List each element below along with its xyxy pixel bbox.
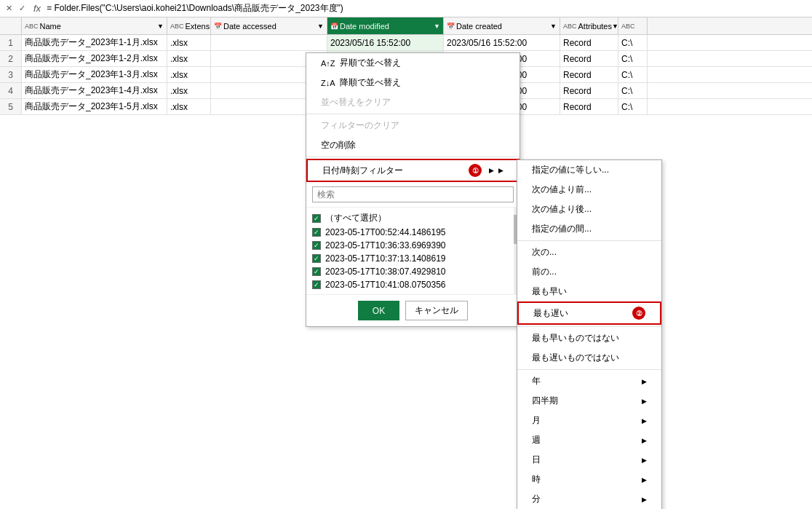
name-filter-btn[interactable]: ▼ bbox=[157, 23, 164, 30]
badge-1: ① bbox=[469, 164, 482, 177]
row-num-1: 1 bbox=[0, 35, 22, 50]
dt-prev-item[interactable]: 前の... bbox=[517, 262, 661, 282]
dt-not-latest-item[interactable]: 最も遅いものではない bbox=[517, 348, 661, 368]
datetime-filter-item[interactable]: 日付/時刻フィルター ① ▶ bbox=[306, 159, 520, 182]
filter-list-item-0[interactable]: ✓ 2023-05-17T00:52:44.1486195 bbox=[312, 226, 514, 239]
cell-accessed-1 bbox=[211, 35, 327, 50]
dt-month-item[interactable]: 月 bbox=[517, 411, 661, 430]
dt-hour-item[interactable]: 時 bbox=[517, 470, 661, 489]
dt-week-label: 週 bbox=[532, 434, 637, 446]
dt-quarter-item[interactable]: 四半期 bbox=[517, 391, 661, 411]
cell-extra-3: C:\ bbox=[618, 67, 648, 82]
filter-dropdown-menu: A↑Z 昇順で並べ替え Z↓A 降順で並べ替え 並べ替えをクリア フィルターのク… bbox=[306, 52, 520, 327]
dt-sep-2 bbox=[517, 326, 661, 327]
filter-checkbox-3: ✓ bbox=[312, 267, 321, 276]
filter-checkbox-1: ✓ bbox=[312, 241, 321, 250]
col-header-accessed-label: Date accessed bbox=[223, 22, 276, 31]
formula-bar: ✕ ✓ fx = Folder.Files("C:\Users\aoi.kohe… bbox=[0, 0, 812, 17]
dt-month-label: 月 bbox=[532, 414, 637, 427]
sort-desc-item[interactable]: Z↓A 降順で並べ替え bbox=[306, 73, 520, 92]
row-num-5: 5 bbox=[0, 99, 22, 114]
cell-attr-1: Record bbox=[560, 35, 618, 50]
dt-day-label: 日 bbox=[532, 454, 637, 466]
cell-attr-4: Record bbox=[560, 83, 618, 98]
clear-sort-item[interactable]: 並べ替えをクリア bbox=[306, 92, 520, 112]
name-col-icon: ABC bbox=[25, 23, 39, 30]
dt-not-earliest-item[interactable]: 最も早いものではない bbox=[517, 328, 661, 348]
attr-col-icon: ABC bbox=[563, 23, 577, 30]
dt-minute-label: 分 bbox=[532, 493, 637, 505]
dt-not-latest-label: 最も遅いものではない bbox=[532, 352, 619, 364]
row-num-header bbox=[0, 17, 22, 34]
datetime-filter-label: 日付/時刻フィルター bbox=[322, 165, 460, 177]
filter-cancel-button[interactable]: キャンセル bbox=[405, 301, 468, 320]
cell-ext-4: .xlsx bbox=[167, 83, 211, 98]
filter-search-box bbox=[306, 182, 520, 207]
dt-after-item[interactable]: 次の値より後... bbox=[517, 200, 661, 219]
filter-ok-button[interactable]: OK bbox=[358, 301, 399, 320]
dt-latest-item[interactable]: 最も遅い ② bbox=[517, 301, 661, 325]
col-header-attr-label: Attributes bbox=[578, 22, 612, 31]
cell-extra-4: C:\ bbox=[618, 83, 648, 98]
row-num-3: 3 bbox=[0, 67, 22, 82]
attr-filter-btn[interactable]: ▼ bbox=[612, 23, 618, 30]
filter-list-all[interactable]: ✓ （すべて選択） bbox=[312, 210, 514, 226]
remove-empty-label: 空の削除 bbox=[321, 139, 356, 151]
col-header-name-label: Name bbox=[40, 22, 61, 31]
dt-year-item[interactable]: 年 bbox=[517, 371, 661, 391]
filter-item-label-2: 2023-05-17T10:37:13.1408619 bbox=[325, 253, 445, 264]
col-header-created-label: Date created bbox=[456, 22, 502, 31]
filter-list: ✓ （すべて選択） ✓ 2023-05-17T00:52:44.1486195 … bbox=[306, 207, 520, 294]
col-header-created: 📅 Date created ▼ bbox=[444, 17, 560, 34]
dt-between-item[interactable]: 指定の値の間... bbox=[517, 219, 661, 239]
dt-before-item[interactable]: 次の値より前... bbox=[517, 180, 661, 200]
datetime-filter-arrow: ▶ bbox=[489, 167, 494, 174]
accessed-filter-btn[interactable]: ▼ bbox=[317, 23, 324, 30]
filter-search-input[interactable] bbox=[312, 186, 514, 202]
dt-earliest-item[interactable]: 最も早い bbox=[517, 282, 661, 301]
col-header-ext: ABC Extension ▼ bbox=[167, 17, 211, 34]
dt-week-item[interactable]: 週 bbox=[517, 430, 661, 450]
formula-text: = Folder.Files("C:\Users\aoi.kohei21\Dow… bbox=[47, 2, 809, 15]
dt-next-item[interactable]: 次の... bbox=[517, 242, 661, 262]
sort-asc-item[interactable]: A↑Z 昇順で並べ替え bbox=[306, 53, 520, 73]
filter-item-label-0: 2023-05-17T00:52:44.1486195 bbox=[325, 227, 445, 237]
dt-year-label: 年 bbox=[532, 375, 637, 387]
clear-filter-item[interactable]: フィルターのクリア bbox=[306, 116, 520, 135]
dt-before-label: 次の値より前... bbox=[532, 184, 592, 196]
fx-label: fx bbox=[31, 3, 44, 14]
created-filter-btn[interactable]: ▼ bbox=[550, 23, 557, 30]
datetime-submenu: 指定の値に等しい... 次の値より前... 次の値より後... 指定の値の間..… bbox=[517, 159, 662, 509]
filter-list-item-2[interactable]: ✓ 2023-05-17T10:37:13.1408619 bbox=[312, 252, 514, 265]
cell-extra-1: C:\ bbox=[618, 35, 648, 50]
dt-latest-label: 最も遅い bbox=[533, 307, 624, 320]
col-header-modified: 📅 Date modified ▼ bbox=[327, 17, 444, 34]
sort-desc-label: 降順で並べ替え bbox=[340, 76, 401, 89]
col-header-accessed: 📅 Date accessed ▼ bbox=[211, 17, 327, 34]
dt-hour-label: 時 bbox=[532, 473, 637, 486]
dt-equal-item[interactable]: 指定の値に等しい... bbox=[517, 160, 661, 180]
filter-list-item-1[interactable]: ✓ 2023-05-17T10:36:33.6969390 bbox=[312, 239, 514, 252]
filter-checkbox-4: ✓ bbox=[312, 280, 321, 289]
col-header-attributes: ABC Attributes ▼ bbox=[560, 17, 618, 34]
col-header-name: ABC Name ▼ bbox=[22, 17, 167, 34]
cell-extra-2: C:\ bbox=[618, 51, 648, 66]
dt-quarter-label: 四半期 bbox=[532, 395, 637, 407]
filter-list-item-4[interactable]: ✓ 2023-05-17T10:41:08.0750356 bbox=[312, 278, 514, 291]
dt-day-item[interactable]: 日 bbox=[517, 450, 661, 470]
dt-equal-label: 指定の値に等しい... bbox=[532, 164, 609, 176]
remove-empty-item[interactable]: 空の削除 bbox=[306, 135, 520, 155]
dt-sep-3 bbox=[517, 369, 661, 370]
dt-minute-item[interactable]: 分 bbox=[517, 489, 661, 509]
ext-col-icon: ABC bbox=[170, 23, 184, 30]
created-col-icon: 📅 bbox=[447, 23, 455, 30]
cell-ext-5: .xlsx bbox=[167, 99, 211, 114]
filter-checkbox-0: ✓ bbox=[312, 228, 321, 237]
confirm-icon[interactable]: ✓ bbox=[16, 3, 28, 15]
filter-list-item-3[interactable]: ✓ 2023-05-17T10:38:07.4929810 bbox=[312, 265, 514, 278]
clear-sort-label: 並べ替えをクリア bbox=[321, 96, 391, 108]
cancel-icon[interactable]: ✕ bbox=[3, 3, 15, 15]
filter-all-label: （すべて選択） bbox=[325, 212, 386, 224]
cell-created-1: 2023/05/16 15:52:00 bbox=[444, 35, 560, 50]
modified-filter-btn[interactable]: ▼ bbox=[434, 23, 440, 30]
